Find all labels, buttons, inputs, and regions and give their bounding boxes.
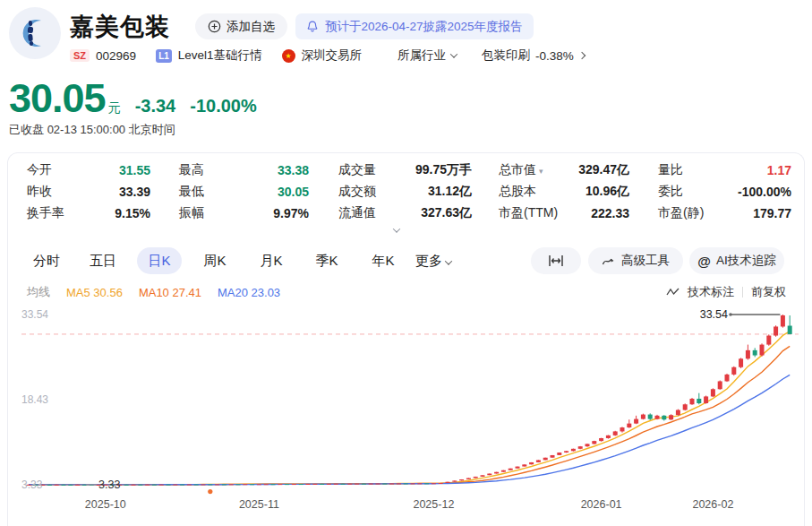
candle-body xyxy=(725,375,730,382)
earnings-notice-text: 预计于2026-04-27披露2025年度报告 xyxy=(325,19,523,35)
stat-label: 换手率 xyxy=(27,205,64,221)
candle-body xyxy=(760,345,765,356)
stat-label: 市盈(静) xyxy=(658,205,704,221)
stock-quote-page: { "header": { "title": "嘉美包装", "add_watc… xyxy=(0,0,812,526)
stat-最低: 最低30.05 xyxy=(179,182,309,202)
candle-body xyxy=(222,484,227,485)
stat-label: 总股本 xyxy=(499,184,536,200)
y-axis-label: 3.33 xyxy=(21,479,43,491)
stat-label: 流通值 xyxy=(338,205,376,221)
tab-月K[interactable]: 月K xyxy=(252,247,291,274)
market-status-row: 已收盘 02-13 15:00:00 北京时间 xyxy=(9,122,175,138)
candle-body xyxy=(159,485,164,486)
candle-body xyxy=(404,483,408,484)
stock-meta-row: SZ 002969 L1 Level1基础行情 ★ 深圳交易所 所属行业 包装印… xyxy=(70,47,585,65)
candle-body xyxy=(551,455,555,458)
candle-body xyxy=(124,485,129,486)
candle-body xyxy=(278,484,282,485)
advanced-tools-button[interactable]: 高级工具 xyxy=(588,247,683,274)
candle-body xyxy=(627,424,631,427)
candle-body xyxy=(704,396,708,403)
tab-分时[interactable]: 分时 xyxy=(27,247,66,274)
candle-body xyxy=(690,399,695,404)
expand-horizontal-icon xyxy=(548,254,564,267)
tab-日K[interactable]: 日K xyxy=(137,247,182,274)
candle-body xyxy=(389,483,394,484)
candle-body xyxy=(68,485,73,486)
high-price-annotation: 33.54 xyxy=(700,308,728,321)
stat-市盈(TTM): 市盈(TTM)222.33 xyxy=(499,203,629,223)
kline-chart[interactable]: 33.5418.433.332025-102025-112025-122026-… xyxy=(16,303,804,522)
tech-annotation-toggle[interactable]: 技术标注 xyxy=(688,284,734,300)
stat-label: 最低 xyxy=(179,184,204,200)
ai-tracking-button[interactable]: @ AI技术追踪 xyxy=(689,247,784,274)
candle-body xyxy=(55,485,59,486)
ma-legend-item-1: MA10 27.41 xyxy=(139,286,201,299)
stock-name: 嘉美包装 xyxy=(70,11,170,43)
candle-body xyxy=(718,381,722,389)
industry-name: 包装印刷 xyxy=(482,47,530,64)
stat-总市值[interactable]: 总市值▾329.47亿 xyxy=(499,160,629,180)
candle-body xyxy=(731,367,736,375)
stat-成交额: 成交额31.12亿 xyxy=(338,182,472,202)
price-block: 30.05 元 -3.34 -10.00% xyxy=(9,75,257,122)
exchange-name: 深圳交易所 xyxy=(302,47,363,64)
candle-body xyxy=(257,484,261,485)
last-price: 30.05 xyxy=(9,75,106,122)
candle-body xyxy=(138,485,142,486)
tab-五日[interactable]: 五日 xyxy=(83,247,123,274)
candle-body xyxy=(264,484,269,485)
candle-body xyxy=(711,389,715,396)
stat-市盈(静): 市盈(静)179.77 xyxy=(658,203,791,223)
candle-body xyxy=(669,415,673,419)
stat-value: 329.47亿 xyxy=(578,162,629,178)
earnings-notice[interactable]: 预计于2026-04-27披露2025年度报告 xyxy=(295,13,534,39)
stat-流通值: 流通值327.63亿 xyxy=(338,203,472,223)
stat-value: 33.39 xyxy=(119,185,150,199)
candle-body xyxy=(327,484,331,485)
candle-body xyxy=(516,467,520,469)
stat-总股本: 总股本10.96亿 xyxy=(499,182,629,202)
industry-dropdown[interactable]: 所属行业 xyxy=(397,47,457,64)
y-axis-label: 33.54 xyxy=(21,308,48,321)
chevron-down-icon xyxy=(450,50,457,57)
candle-body xyxy=(452,480,457,481)
candle-body xyxy=(201,484,206,485)
candle-body xyxy=(746,350,750,358)
candle-body xyxy=(585,444,590,446)
candle-body xyxy=(167,485,171,486)
event-marker-dot[interactable] xyxy=(208,489,212,494)
tab-季K[interactable]: 季K xyxy=(307,247,346,274)
stat-label: 振幅 xyxy=(179,205,204,221)
tab-周K[interactable]: 周K xyxy=(195,247,235,274)
expand-chart-button[interactable] xyxy=(531,247,581,274)
tab-年K[interactable]: 年K xyxy=(363,247,403,274)
candle-body xyxy=(739,358,743,366)
tab-更多[interactable]: 更多 xyxy=(407,247,459,274)
candle-body xyxy=(641,415,645,419)
candle-body xyxy=(312,484,317,485)
add-watchlist-button[interactable]: 添加自选 xyxy=(195,13,287,39)
stat-最高: 最高33.38 xyxy=(179,160,309,180)
candle-body xyxy=(362,484,366,485)
candle-body xyxy=(299,484,303,485)
x-axis-label: 2025-10 xyxy=(85,498,126,511)
candle-body xyxy=(564,451,568,453)
candle-body xyxy=(592,441,596,444)
candle-body xyxy=(501,470,506,472)
stat-value: 327.63亿 xyxy=(421,205,472,221)
candle-body xyxy=(543,458,548,461)
candle-body xyxy=(243,484,247,485)
adjust-mode-select[interactable]: 前复权 xyxy=(751,284,786,300)
chevron-down-icon xyxy=(445,257,452,264)
stat-label: 成交额 xyxy=(338,184,376,200)
candle-body xyxy=(753,350,757,356)
candle-body xyxy=(145,485,150,486)
stat-value: 9.97% xyxy=(273,206,309,220)
candle-body xyxy=(648,415,653,419)
industry-link[interactable]: 包装印刷 -0.38% xyxy=(482,47,585,64)
stat-label: 总市值▾ xyxy=(499,162,543,178)
ma-legend-title: 均线 xyxy=(27,284,50,300)
candle-body xyxy=(634,419,638,424)
ma20-line xyxy=(29,375,790,485)
